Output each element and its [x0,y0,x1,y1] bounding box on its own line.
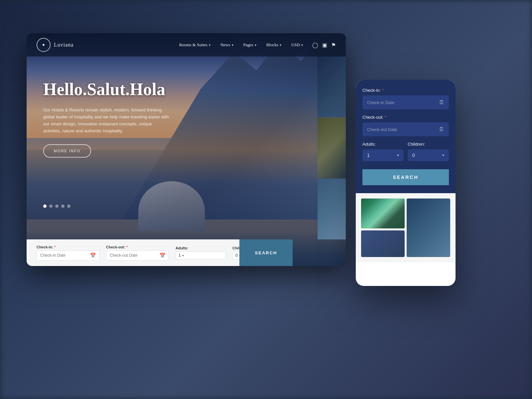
nav-blocks[interactable]: Blocks ▾ [262,40,285,50]
side-thumbnails [318,57,346,239]
checkin-input[interactable] [40,253,90,258]
mobile-children-label: Children: [408,142,449,147]
checkin-field: Check-in: * 📅 [37,245,99,261]
checkout-input[interactable] [110,253,160,258]
mobile-checkin-req: * [381,88,384,93]
checkin-required: * [53,245,56,249]
chevron-down-icon: ▾ [232,43,233,47]
carousel-dot-3[interactable] [55,204,59,208]
carousel-dot-5[interactable] [67,204,70,208]
chevron-down-icon: ▾ [255,43,256,47]
nav-rooms-label: Rooms & Suites [179,42,207,48]
gallery-thumb-2[interactable] [407,199,450,257]
mobile-guests-row: Adults: 1 ▾ Children: 0 ▾ [362,142,449,167]
mobile-children-group: Children: 0 ▾ [408,142,449,161]
mobile-checkin-group: Check-in: * Check-in Date 🗓 [362,88,449,109]
gallery-thumb-3[interactable] [361,230,405,257]
chevron-down-icon: ▾ [280,43,281,47]
mobile-checkout-label: Check-out: * [362,115,449,120]
mobile-adults-label: Adults: [362,142,404,147]
mobile-search-button[interactable]: SEARCH [362,169,449,185]
bookmark-icon[interactable]: ⚑ [331,42,336,48]
desktop-mockup: ✦ Luviana Rooms & Suites ▾ News ▾ Pages … [27,33,346,266]
mobile-checkout-input-wrap[interactable]: Check-out Date 🗓 [362,122,449,136]
booking-bar: Check-in: * 📅 Check-out: * 📅 [27,239,293,266]
nav-currency[interactable]: USD ▾ [287,40,307,50]
nav-links: Rooms & Suites ▾ News ▾ Pages ▾ Blocks ▾ [175,40,307,50]
chevron-down-icon: ▾ [209,43,210,47]
mobile-booking-form: Check-in: * Check-in Date 🗓 Check-out: *… [356,80,456,193]
mobile-gallery-grid [361,199,450,257]
mobile-children-chevron: ▾ [442,153,444,158]
adults-chevron: ▾ [182,254,184,257]
chevron-down-icon: ▾ [301,43,303,47]
mobile-adults-value: 1 [367,153,370,158]
nav-news-label: News [220,42,230,48]
nav-currency-label: USD [291,42,300,48]
mobile-adults-chevron: ▾ [397,153,399,158]
navbar: ✦ Luviana Rooms & Suites ▾ News ▾ Pages … [27,33,346,57]
mobile-checkin-input-wrap[interactable]: Check-in Date 🗓 [362,95,449,109]
side-thumb-2[interactable] [318,118,346,178]
mobile-calendar-icon: 🗓 [439,99,444,105]
camera-icon[interactable]: ▣ [322,42,327,48]
adults-select-wrap: 1234 ▾ [176,251,226,259]
mobile-checkin-placeholder: Check-in Date [367,100,394,105]
checkin-label: Check-in: * [37,245,99,249]
mobile-checkout-placeholder: Check-out Date [367,127,397,132]
mobile-children-value: 0 [412,153,415,158]
mobile-gallery [356,193,456,262]
hero-title: Hello.Salut.Hola [43,80,170,99]
checkout-required: * [125,245,127,249]
scene: ✦ Luviana Rooms & Suites ▾ News ▾ Pages … [0,0,532,399]
checkout-label: Check-out: * [106,245,169,249]
mobile-checkin-label: Check-in: * [362,88,449,93]
nav-rooms-suites[interactable]: Rooms & Suites ▾ [175,40,214,50]
mobile-children-select-wrap[interactable]: 0 ▾ [408,149,449,161]
checkout-input-wrap: 📅 [106,250,169,261]
mobile-adults-group: Adults: 1 ▾ [362,142,404,161]
checkout-field: Check-out: * 📅 [106,245,169,261]
calendar-icon-2: 📅 [160,253,165,258]
more-info-button[interactable]: MORE INFO [43,144,91,158]
logo-icon: ✦ [37,38,51,52]
carousel-dots [43,204,70,208]
nav-pages-label: Pages [243,42,253,48]
hero-section: ✦ Luviana Rooms & Suites ▾ News ▾ Pages … [27,33,346,266]
hero-description: Our Hotels & Resorts remain stylish, mod… [43,107,170,134]
nav-news[interactable]: News ▾ [216,40,237,50]
instagram-icon[interactable]: ◯ [312,42,318,48]
logo-text: Luviana [54,42,73,48]
side-thumb-1[interactable] [318,57,346,117]
hero-content: Hello.Salut.Hola Our Hotels & Resorts re… [43,80,170,158]
carousel-dot-1[interactable] [43,204,47,208]
checkin-input-wrap: 📅 [37,250,99,261]
nav-blocks-label: Blocks [266,42,278,48]
mobile-adults-select-wrap[interactable]: 1 ▾ [362,149,404,161]
mobile-checkout-group: Check-out: * Check-out Date 🗓 [362,115,449,136]
adults-label: Adults: [176,246,226,250]
mobile-mockup: Check-in: * Check-in Date 🗓 Check-out: *… [356,80,456,286]
carousel-dot-4[interactable] [61,204,65,208]
calendar-icon: 📅 [90,253,96,258]
logo-area[interactable]: ✦ Luviana [37,38,73,52]
side-thumb-3[interactable] [318,179,346,239]
nav-social-icons: ◯ ▣ ⚑ [312,42,336,48]
mobile-checkout-req: * [383,115,386,120]
carousel-dot-2[interactable] [49,204,53,208]
mobile-calendar-icon-2: 🗓 [439,126,444,132]
nav-pages[interactable]: Pages ▾ [239,40,260,50]
adults-field: Adults: 1234 ▾ [176,246,226,259]
search-button[interactable]: SEARCH [239,239,293,266]
gallery-thumb-1[interactable] [361,199,405,228]
